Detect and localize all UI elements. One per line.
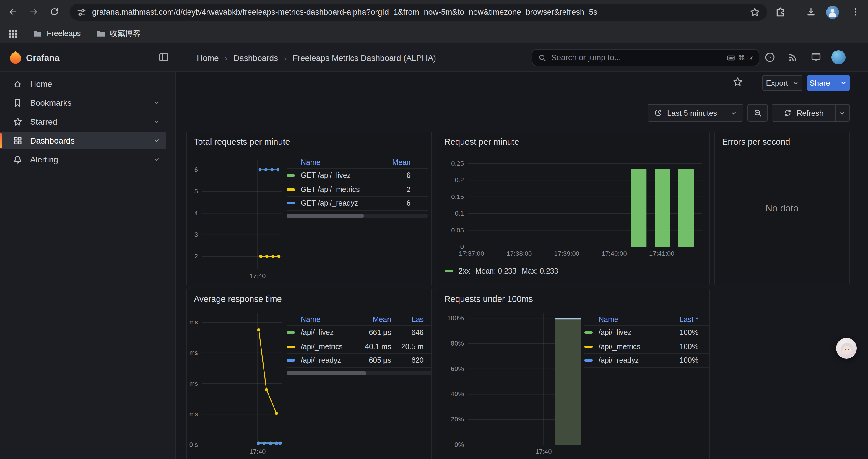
legend-header[interactable]: Name Mean [286,156,428,169]
bookmark-folder-blogs[interactable]: 收藏博客 [96,28,141,39]
refresh-icon [783,109,792,117]
series-color-chip [286,332,295,334]
grafana-logo[interactable] [9,51,23,64]
breadcrumb-current: Freeleaps Metrics Dashboard (ALPHA) [292,53,436,62]
svg-text:80%: 80% [451,340,464,347]
sidebar-item-dashboards[interactable]: Dashboards [0,132,166,150]
site-settings-icon[interactable] [77,7,86,17]
grafana-header: Grafana Home › Dashboards › Freeleaps Me… [0,43,868,72]
refresh-interval-button[interactable] [835,104,849,121]
svg-text:60%: 60% [451,365,464,372]
legend-row[interactable]: /api/_readyz 100% [584,354,710,368]
export-button[interactable]: Export [762,75,802,91]
bookmarks-bar: Freeleaps 收藏博客 [0,24,868,43]
svg-text:17:41:00: 17:41:00 [649,250,675,257]
active-indicator [0,133,2,148]
breadcrumb: Home › Dashboards › Freeleaps Metrics Da… [197,43,436,72]
zoom-out-icon [753,108,762,117]
arrow-left-icon [8,7,18,17]
legend-row[interactable]: GET /api/_metrics 2 [286,183,428,197]
share-menu-button[interactable] [837,75,850,91]
svg-text:0: 0 [460,243,464,251]
back-button[interactable] [5,4,21,20]
refresh-button[interactable]: Refresh [772,104,850,122]
bookmark-star-icon[interactable] [750,7,760,17]
legend-scrollbar[interactable] [286,371,432,375]
panel-total-requests: Total requests per minute 6543217:40 Nam… [186,132,432,285]
chevron-down-icon[interactable] [153,137,160,144]
chevron-down-icon[interactable] [153,156,160,163]
svg-text:40%: 40% [451,390,464,398]
browser-profile-avatar[interactable] [826,6,839,19]
sidebar-item-home[interactable]: Home [0,75,166,93]
svg-text:100%: 100% [447,314,464,322]
forward-button[interactable] [25,4,42,20]
legend-header[interactable]: Name Last * [584,313,710,326]
legend-row[interactable]: /api/_metrics 100% [584,340,710,354]
series-color-chip [286,189,295,191]
apps-grid-icon[interactable] [8,29,18,38]
browser-toolbar: grafana.mathmast.com/d/deytv4rwavabkb/fr… [0,0,868,24]
home-icon [13,79,23,89]
svg-text:17:40:00: 17:40:00 [601,250,627,257]
series-color-chip [445,270,453,272]
extensions-icon[interactable] [775,7,785,17]
legend-table: Name Mean Las /api/_livez 661 µs 646 /ap… [286,313,432,368]
chevron-down-icon[interactable] [153,99,160,106]
legend-row[interactable]: GET /api/_readyz 6 [286,197,428,210]
search-placeholder: Search or jump to... [551,53,722,62]
search-shortcut: ⌘+k [727,54,753,62]
breadcrumb-separator: › [225,53,227,62]
legend-row[interactable]: /api/_livez 661 µs 646 [286,326,432,340]
panel-average-response-time: Average response time 80 ms60 ms40 ms20 … [186,289,432,459]
favorite-star-icon[interactable] [733,77,743,87]
search-input[interactable]: Search or jump to... ⌘+k [532,49,759,66]
svg-text:20%: 20% [451,416,464,423]
star-icon [13,117,23,126]
zoom-out-button[interactable] [747,104,768,122]
legend-scrollbar[interactable] [286,214,428,218]
assistant-avatar-button[interactable] [836,338,857,359]
sidebar-item-bookmarks[interactable]: Bookmarks [0,94,166,112]
address-bar[interactable]: grafana.mathmast.com/d/deytv4rwavabkb/fr… [70,4,767,21]
time-range-picker[interactable]: Last 5 minutes [648,104,743,122]
share-button[interactable]: Share [807,75,850,91]
download-icon[interactable] [806,7,816,17]
browser-menu-icon[interactable] [851,7,860,17]
monitor-icon[interactable] [811,52,821,63]
legend-row[interactable]: /api/_readyz 605 µs 620 [286,354,432,368]
svg-text:0.2: 0.2 [455,176,464,184]
legend-header[interactable]: Name Mean Las [286,313,432,326]
help-icon[interactable]: ? [765,52,775,63]
breadcrumb-home[interactable]: Home [197,53,219,62]
breadcrumb-dashboards[interactable]: Dashboards [234,53,278,62]
arrow-right-icon [29,7,38,17]
rss-icon[interactable] [788,52,798,63]
series-color-chip [584,332,593,334]
svg-text:17:40: 17:40 [535,448,552,455]
bookmark-folder-freeleaps[interactable]: Freeleaps [33,29,81,38]
legend-inline[interactable]: 2xx Mean: 0.233 Max: 0.233 [445,267,558,275]
bookmark-label: 收藏博客 [110,28,141,39]
series-mean: Mean: 0.233 [475,267,517,275]
svg-text:17:40: 17:40 [249,272,266,280]
legend-row[interactable]: /api/_metrics 40.1 ms 20.5 m [286,340,432,354]
breadcrumb-separator: › [284,53,286,62]
svg-text:60 ms: 60 ms [187,349,198,357]
sidebar-item-starred[interactable]: Starred [0,113,166,131]
sidebar-toggle-icon[interactable] [158,52,169,63]
chevron-down-icon [730,109,737,116]
url-text: grafana.mathmast.com/d/deytv4rwavabkb/fr… [92,8,750,17]
legend-row[interactable]: /api/_livez 100% [584,326,710,340]
svg-text:0.1: 0.1 [455,210,464,217]
chevron-down-icon[interactable] [153,118,160,125]
chevron-down-icon [793,80,799,86]
sidebar-item-alerting[interactable]: Alerting [0,151,166,168]
user-avatar[interactable] [831,50,845,64]
svg-text:0.05: 0.05 [451,227,464,234]
reload-icon [50,7,59,17]
person-icon [826,6,839,19]
reload-button[interactable] [46,4,63,20]
legend-row[interactable]: GET /api/_livez 6 [286,169,428,183]
svg-text:17:37:00: 17:37:00 [459,250,484,257]
